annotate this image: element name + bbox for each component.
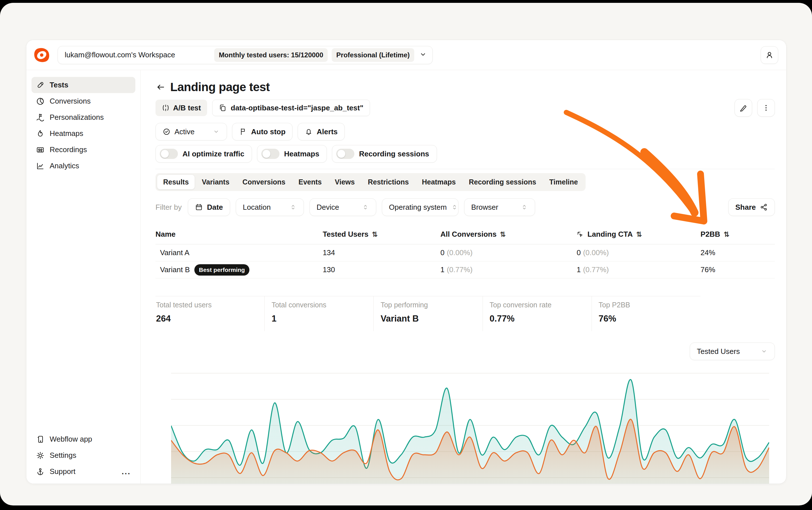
tab-timeline[interactable]: Timeline [543,175,584,189]
sidebar-item-analytics[interactable]: Analytics [31,158,135,174]
sidebar-item-heatmaps[interactable]: Heatmaps [31,125,135,142]
best-performing-badge: Best performing [194,264,250,276]
table-row-variant-a[interactable]: Variant A 134 0(0.00%) 0(0.00%) 24% [155,244,775,261]
workspace-selector[interactable]: lukam@flowout.com's Workspace Monthly te… [58,46,433,64]
device-filter-select[interactable]: Device [310,198,376,216]
sidebar-item-webflow-app[interactable]: Webflow app [31,431,135,447]
main-content: Landing page test A/B test data-optibase… [141,70,786,484]
updown-chevron-icon [362,203,369,211]
test-type-badge: A/B test [155,100,207,116]
usage-badge: Monthly tested users: 15/120000 [214,48,328,62]
chart-metric-select[interactable]: Tested Users [690,343,775,360]
sort-icon[interactable]: ⇅ [500,230,505,238]
page-background: lukam@flowout.com's Workspace Monthly te… [0,3,812,506]
back-arrow-icon[interactable] [155,82,166,92]
gear-icon [36,451,45,460]
sidebar-item-settings[interactable]: Settings [31,447,135,463]
date-filter-button[interactable]: Date [188,198,230,216]
sidebar: Tests Conversions Personalizations Heatm… [26,70,141,484]
col-landing-cta[interactable]: Landing CTA⇅ [577,230,700,239]
optibase-logo-icon[interactable] [34,48,49,62]
toggle-switch[interactable] [160,149,178,159]
tab-events[interactable]: Events [292,175,328,189]
stat-total-tested-users: Total tested users264 [155,296,264,331]
account-button[interactable] [761,46,778,64]
cursor-click-icon [577,231,584,238]
test-tube-icon [36,81,45,89]
kebab-menu-button[interactable] [757,99,775,117]
sidebar-item-conversions[interactable]: Conversions [31,93,135,109]
traffic-area-chart[interactable] [171,371,769,484]
auto-stop-button[interactable]: Auto stop [232,123,292,140]
test-id-value: data-optibase-test-id="jaspe_ab_test" [231,104,364,112]
flame-icon [36,130,45,138]
cell-all-conversions: 1(0.77%) [440,265,577,274]
sidebar-item-label: Analytics [50,162,79,170]
plan-badge: Professional (Lifetime) [332,48,414,62]
os-filter-select[interactable]: Operating system [382,198,459,216]
top-bar: lukam@flowout.com's Workspace Monthly te… [26,40,786,70]
calendar-icon [195,203,203,211]
bell-icon [305,128,313,136]
tab-results[interactable]: Results [157,175,195,189]
cell-landing-cta: 0(0.00%) [577,248,700,257]
chevron-down-icon [419,50,427,60]
sort-icon[interactable]: ⇅ [723,230,729,238]
tab-conversions[interactable]: Conversions [237,175,291,189]
col-all-conversions[interactable]: All Conversions⇅ [440,230,577,239]
sidebar-item-recordings[interactable]: Recordings [31,142,135,158]
anchor-icon [36,468,45,476]
col-p2bb[interactable]: P2BB⇅ [700,230,775,239]
table-row-variant-b[interactable]: Variant B Best performing 130 1(0.77%) 1… [155,261,775,278]
sort-icon[interactable]: ⇅ [372,230,378,238]
cell-p2bb: 76% [700,265,775,274]
share-icon [760,203,768,211]
location-filter-select[interactable]: Location [236,198,304,216]
stat-top-performing: Top performingVariant B [373,296,482,331]
alerts-button[interactable]: Alerts [298,123,345,140]
alerts-label: Alerts [317,128,338,136]
filter-by-label: Filter by [155,203,181,212]
tab-heatmaps[interactable]: Heatmaps [416,175,462,189]
stat-top-conversion-rate: Top conversion rate0.77% [483,296,591,331]
cassette-icon [36,146,45,154]
more-options-icon[interactable]: ... [122,467,131,476]
toggle-recording-sessions[interactable]: Recording sessions [332,145,437,163]
variant-name: Variant A [160,248,190,257]
tab-bar: Results Variants Conversions Events View… [155,173,586,191]
toggle-ai-optimize-traffic[interactable]: AI optimize traffic [155,145,252,163]
sidebar-item-tests[interactable]: Tests [31,77,135,93]
sidebar-item-personalizations[interactable]: Personalizations [31,109,135,125]
sidebar-item-label: Support [50,467,76,476]
browser-filter-select[interactable]: Browser [464,198,535,216]
sort-icon[interactable]: ⇅ [636,230,642,238]
toggle-switch[interactable] [261,149,280,159]
person-icon [765,51,774,60]
sidebar-item-label: Settings [50,451,76,460]
ab-split-icon [162,104,170,112]
toggle-heatmaps[interactable]: Heatmaps [257,145,327,163]
summary-stats: Total tested users264 Total conversions1… [155,296,700,331]
sidebar-item-label: Heatmaps [50,129,83,138]
updown-chevron-icon [289,203,297,211]
tab-restrictions[interactable]: Restrictions [362,175,414,189]
toggle-switch[interactable] [336,149,354,159]
flag-course-icon [36,113,45,122]
kebab-icon [762,104,770,112]
share-button[interactable]: Share [728,198,775,216]
cell-all-conversions: 0(0.00%) [440,248,577,257]
stat-total-conversions: Total conversions1 [264,296,373,331]
sidebar-item-support[interactable]: Support ... [31,463,135,480]
tab-variants[interactable]: Variants [196,175,235,189]
cell-p2bb: 24% [700,248,775,257]
edit-button[interactable] [734,99,752,117]
tab-recording-sessions[interactable]: Recording sessions [463,175,542,189]
stat-top-p2bb: Top P2BB76% [591,296,700,331]
status-select[interactable]: Active [155,123,227,140]
copy-icon [219,104,227,112]
tab-views[interactable]: Views [329,175,360,189]
flag-icon [239,128,247,136]
col-tested-users[interactable]: Tested Users⇅ [323,230,440,239]
check-circle-icon [163,128,171,136]
test-id-pill[interactable]: data-optibase-test-id="jaspe_ab_test" [212,100,370,116]
